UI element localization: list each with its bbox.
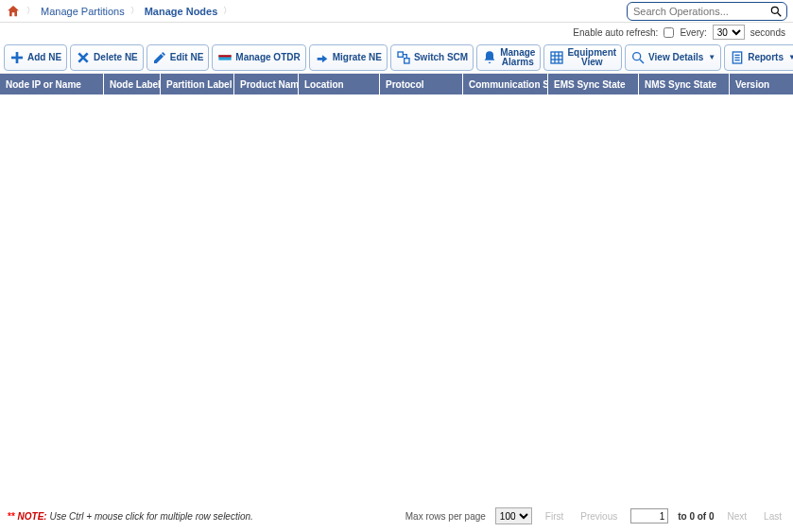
edit-ne-button[interactable]: Edit NE (147, 44, 210, 71)
horizontal-scrollbar[interactable] (0, 491, 793, 505)
every-label: Every: (680, 27, 706, 38)
switch-icon (396, 50, 411, 65)
breadcrumb-manage-nodes[interactable]: Manage Nodes (145, 6, 218, 17)
col-version[interactable]: Version (730, 74, 793, 94)
plus-icon (9, 50, 25, 65)
x-icon (76, 50, 91, 65)
manage-otdr-button[interactable]: Manage OTDR (212, 44, 305, 71)
col-node-label[interactable]: Node Label (104, 74, 161, 94)
migrate-icon (315, 50, 330, 65)
search-input[interactable] (633, 6, 769, 17)
rows-per-page-select[interactable]: 100 (495, 507, 532, 524)
col-node-ip[interactable]: Node IP or Name (0, 74, 104, 94)
col-ems-sync[interactable]: EMS Sync State (548, 74, 639, 94)
col-partition-label[interactable]: Partition Label (161, 74, 234, 94)
page-last-button[interactable]: Last (760, 511, 785, 522)
auto-refresh-checkbox[interactable] (664, 27, 674, 38)
page-total-label: to 0 of 0 (678, 511, 714, 522)
col-comm-status[interactable]: Communication Status (463, 74, 548, 94)
col-location[interactable]: Location (299, 74, 380, 94)
svg-rect-5 (219, 55, 232, 57)
document-icon (730, 50, 745, 65)
search-icon[interactable] (769, 5, 783, 18)
breadcrumb-separator: 〉 (130, 5, 139, 17)
svg-rect-8 (551, 52, 562, 63)
breadcrumb-manage-partitions[interactable]: Manage Partitions (41, 6, 125, 17)
reports-button[interactable]: Reports ▼ (724, 44, 793, 71)
footer-note: ** NOTE: Use Ctrl + mouse click for mult… (8, 511, 253, 522)
svg-line-14 (640, 60, 644, 63)
magnify-icon (630, 50, 646, 65)
home-icon[interactable] (6, 4, 21, 19)
col-protocol[interactable]: Protocol (380, 74, 463, 94)
auto-refresh-label: Enable auto refresh: (573, 27, 658, 38)
view-details-button[interactable]: View Details ▼ (625, 44, 721, 71)
migrate-ne-button[interactable]: Migrate NE (309, 44, 388, 71)
svg-rect-3 (11, 56, 23, 59)
grid-icon (549, 50, 564, 65)
bell-icon (482, 50, 497, 65)
switch-scm-button[interactable]: Switch SCM (390, 44, 474, 71)
svg-line-1 (778, 12, 782, 16)
table-body (0, 94, 793, 491)
page-first-button[interactable]: First (542, 511, 567, 522)
breadcrumb-separator: 〉 (26, 5, 35, 17)
table-header: Node IP or Name Node Label Partition Lab… (0, 74, 793, 94)
otdr-icon (217, 50, 233, 65)
page-prev-button[interactable]: Previous (577, 511, 621, 522)
action-toolbar: Add NE Delete NE Edit NE Manage OTDR Mig… (0, 42, 793, 74)
col-nms-sync[interactable]: NMS Sync State (639, 74, 730, 94)
delete-ne-button[interactable]: Delete NE (70, 44, 144, 71)
search-box[interactable] (627, 2, 787, 21)
svg-rect-7 (405, 58, 409, 62)
svg-point-13 (633, 52, 641, 60)
col-product-name[interactable]: Product Name (234, 74, 299, 94)
chevron-down-icon: ▼ (788, 54, 793, 61)
seconds-label: seconds (750, 27, 785, 38)
svg-rect-6 (398, 52, 403, 57)
page-number-input[interactable] (630, 508, 668, 523)
equipment-view-button[interactable]: EquipmentView (543, 44, 622, 71)
page-next-button[interactable]: Next (724, 511, 751, 522)
breadcrumb: 〉 Manage Partitions 〉 Manage Nodes 〉 (6, 4, 627, 19)
max-rows-label: Max rows per page (405, 511, 486, 522)
pencil-icon (152, 50, 167, 65)
svg-point-0 (771, 7, 778, 13)
refresh-seconds-select[interactable]: 30 (713, 25, 745, 40)
manage-alarms-button[interactable]: ManageAlarms (476, 44, 541, 71)
add-ne-button[interactable]: Add NE (4, 44, 67, 71)
chevron-down-icon: ▼ (708, 54, 715, 61)
breadcrumb-separator: 〉 (223, 5, 232, 17)
